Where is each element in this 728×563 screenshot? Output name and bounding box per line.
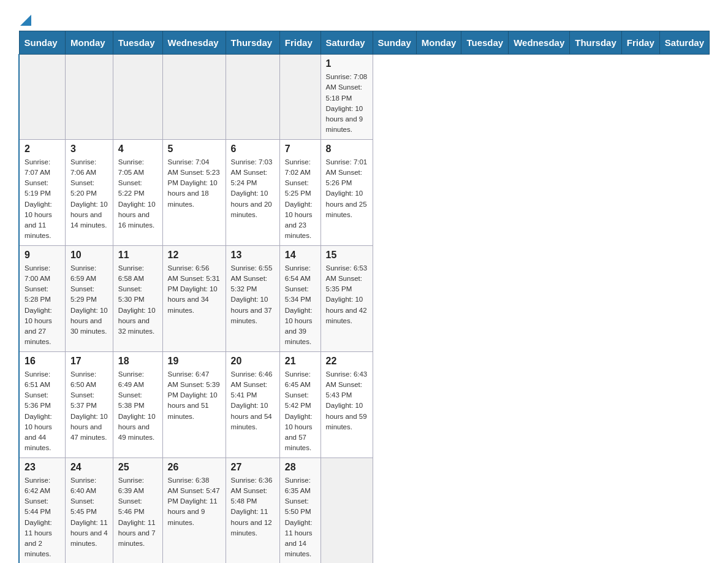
- day-number: 9: [25, 250, 60, 261]
- day-number: 1: [326, 58, 368, 69]
- calendar-cell: 14Sunrise: 6:54 AM Sunset: 5:34 PM Dayli…: [279, 245, 320, 351]
- calendar-cell: 24Sunrise: 6:40 AM Sunset: 5:45 PM Dayli…: [65, 458, 113, 563]
- calendar-cell: 19Sunrise: 6:47 AM Sunset: 5:39 PM Dayli…: [162, 351, 226, 458]
- day-info: Sunrise: 6:46 AM Sunset: 5:41 PM Dayligh…: [231, 369, 275, 433]
- calendar-cell: 26Sunrise: 6:38 AM Sunset: 5:47 PM Dayli…: [162, 458, 226, 563]
- day-info: Sunrise: 6:51 AM Sunset: 5:36 PM Dayligh…: [25, 369, 60, 454]
- calendar-cell: [113, 55, 162, 140]
- calendar-cell: [320, 458, 373, 563]
- day-info: Sunrise: 6:36 AM Sunset: 5:48 PM Dayligh…: [231, 475, 275, 539]
- day-info: Sunrise: 6:35 AM Sunset: 5:50 PM Dayligh…: [285, 475, 316, 560]
- calendar-cell: 16Sunrise: 6:51 AM Sunset: 5:36 PM Dayli…: [19, 351, 65, 458]
- day-of-week-header: Sunday: [373, 31, 416, 55]
- calendar-week-row: 2Sunrise: 7:07 AM Sunset: 5:19 PM Daylig…: [19, 139, 710, 245]
- calendar-cell: 18Sunrise: 6:49 AM Sunset: 5:38 PM Dayli…: [113, 351, 162, 458]
- day-of-week-header: Monday: [416, 31, 461, 55]
- day-number: 24: [70, 462, 108, 473]
- calendar-cell: 9Sunrise: 7:00 AM Sunset: 5:28 PM Daylig…: [19, 245, 65, 351]
- calendar-cell: [65, 55, 113, 140]
- day-info: Sunrise: 7:02 AM Sunset: 5:25 PM Dayligh…: [285, 157, 316, 242]
- calendar-cell: 11Sunrise: 6:58 AM Sunset: 5:30 PM Dayli…: [113, 245, 162, 351]
- day-info: Sunrise: 7:05 AM Sunset: 5:22 PM Dayligh…: [118, 157, 157, 231]
- page-header: [18, 12, 710, 25]
- calendar-cell: [162, 55, 226, 140]
- calendar-cell: [279, 55, 320, 140]
- day-info: Sunrise: 6:40 AM Sunset: 5:45 PM Dayligh…: [70, 475, 108, 550]
- day-number: 20: [231, 356, 275, 367]
- day-number: 6: [231, 144, 275, 155]
- day-number: 21: [285, 356, 316, 367]
- day-info: Sunrise: 6:53 AM Sunset: 5:35 PM Dayligh…: [326, 263, 368, 327]
- calendar-cell: 10Sunrise: 6:59 AM Sunset: 5:29 PM Dayli…: [65, 245, 113, 351]
- calendar-cell: 3Sunrise: 7:06 AM Sunset: 5:20 PM Daylig…: [65, 139, 113, 245]
- day-number: 17: [70, 356, 108, 367]
- day-number: 23: [25, 462, 60, 473]
- day-number: 25: [118, 462, 157, 473]
- day-of-week-header: Sunday: [19, 31, 65, 55]
- day-info: Sunrise: 7:08 AM Sunset: 5:18 PM Dayligh…: [326, 72, 368, 136]
- day-number: 2: [25, 144, 60, 155]
- day-info: Sunrise: 6:56 AM Sunset: 5:31 PM Dayligh…: [168, 263, 221, 316]
- day-info: Sunrise: 6:59 AM Sunset: 5:29 PM Dayligh…: [70, 263, 108, 337]
- calendar-cell: 20Sunrise: 6:46 AM Sunset: 5:41 PM Dayli…: [226, 351, 279, 458]
- day-number: 28: [285, 462, 316, 473]
- day-number: 19: [168, 356, 221, 367]
- day-info: Sunrise: 6:45 AM Sunset: 5:42 PM Dayligh…: [285, 369, 316, 454]
- calendar-week-row: 16Sunrise: 6:51 AM Sunset: 5:36 PM Dayli…: [19, 351, 710, 458]
- calendar-cell: 1Sunrise: 7:08 AM Sunset: 5:18 PM Daylig…: [320, 55, 373, 140]
- calendar-header-row: SundayMondayTuesdayWednesdayThursdayFrid…: [19, 31, 710, 55]
- day-info: Sunrise: 6:42 AM Sunset: 5:44 PM Dayligh…: [25, 475, 60, 560]
- day-info: Sunrise: 6:54 AM Sunset: 5:34 PM Dayligh…: [285, 263, 316, 348]
- day-info: Sunrise: 7:06 AM Sunset: 5:20 PM Dayligh…: [70, 157, 108, 231]
- calendar-cell: [226, 55, 279, 140]
- day-info: Sunrise: 6:50 AM Sunset: 5:37 PM Dayligh…: [70, 369, 108, 443]
- day-of-week-header: Thursday: [226, 31, 279, 55]
- logo-triangle-icon: [20, 12, 31, 26]
- day-number: 7: [285, 144, 316, 155]
- day-number: 15: [326, 250, 368, 261]
- calendar-cell: 4Sunrise: 7:05 AM Sunset: 5:22 PM Daylig…: [113, 139, 162, 245]
- day-of-week-header: Thursday: [570, 31, 622, 55]
- day-info: Sunrise: 7:07 AM Sunset: 5:19 PM Dayligh…: [25, 157, 60, 242]
- calendar-cell: 6Sunrise: 7:03 AM Sunset: 5:24 PM Daylig…: [226, 139, 279, 245]
- calendar-table: SundayMondayTuesdayWednesdayThursdayFrid…: [18, 31, 710, 563]
- day-of-week-header: Friday: [621, 31, 659, 55]
- day-number: 27: [231, 462, 275, 473]
- calendar-cell: 17Sunrise: 6:50 AM Sunset: 5:37 PM Dayli…: [65, 351, 113, 458]
- logo: [18, 12, 31, 25]
- day-info: Sunrise: 6:58 AM Sunset: 5:30 PM Dayligh…: [118, 263, 157, 337]
- day-of-week-header: Saturday: [320, 31, 373, 55]
- day-of-week-header: Monday: [65, 31, 113, 55]
- day-info: Sunrise: 6:55 AM Sunset: 5:32 PM Dayligh…: [231, 263, 275, 327]
- day-number: 14: [285, 250, 316, 261]
- day-number: 11: [118, 250, 157, 261]
- day-info: Sunrise: 7:03 AM Sunset: 5:24 PM Dayligh…: [231, 157, 275, 221]
- day-info: Sunrise: 7:00 AM Sunset: 5:28 PM Dayligh…: [25, 263, 60, 348]
- day-info: Sunrise: 6:43 AM Sunset: 5:43 PM Dayligh…: [326, 369, 368, 433]
- calendar-cell: 7Sunrise: 7:02 AM Sunset: 5:25 PM Daylig…: [279, 139, 320, 245]
- day-info: Sunrise: 7:04 AM Sunset: 5:23 PM Dayligh…: [168, 157, 221, 210]
- day-number: 8: [326, 144, 368, 155]
- calendar-cell: 22Sunrise: 6:43 AM Sunset: 5:43 PM Dayli…: [320, 351, 373, 458]
- day-info: Sunrise: 7:01 AM Sunset: 5:26 PM Dayligh…: [326, 157, 368, 221]
- calendar-cell: 8Sunrise: 7:01 AM Sunset: 5:26 PM Daylig…: [320, 139, 373, 245]
- calendar-week-row: 1Sunrise: 7:08 AM Sunset: 5:18 PM Daylig…: [19, 55, 710, 140]
- svg-marker-0: [20, 15, 31, 26]
- calendar-cell: 13Sunrise: 6:55 AM Sunset: 5:32 PM Dayli…: [226, 245, 279, 351]
- day-of-week-header: Saturday: [659, 31, 709, 55]
- day-number: 5: [168, 144, 221, 155]
- day-of-week-header: Tuesday: [461, 31, 509, 55]
- day-of-week-header: Wednesday: [162, 31, 226, 55]
- calendar-cell: 23Sunrise: 6:42 AM Sunset: 5:44 PM Dayli…: [19, 458, 65, 563]
- calendar-cell: 2Sunrise: 7:07 AM Sunset: 5:19 PM Daylig…: [19, 139, 65, 245]
- day-number: 4: [118, 144, 157, 155]
- day-number: 16: [25, 356, 60, 367]
- day-number: 22: [326, 356, 368, 367]
- day-info: Sunrise: 6:38 AM Sunset: 5:47 PM Dayligh…: [168, 475, 221, 528]
- day-info: Sunrise: 6:49 AM Sunset: 5:38 PM Dayligh…: [118, 369, 157, 443]
- calendar-week-row: 23Sunrise: 6:42 AM Sunset: 5:44 PM Dayli…: [19, 458, 710, 563]
- calendar-cell: 15Sunrise: 6:53 AM Sunset: 5:35 PM Dayli…: [320, 245, 373, 351]
- day-number: 3: [70, 144, 108, 155]
- day-number: 18: [118, 356, 157, 367]
- day-number: 13: [231, 250, 275, 261]
